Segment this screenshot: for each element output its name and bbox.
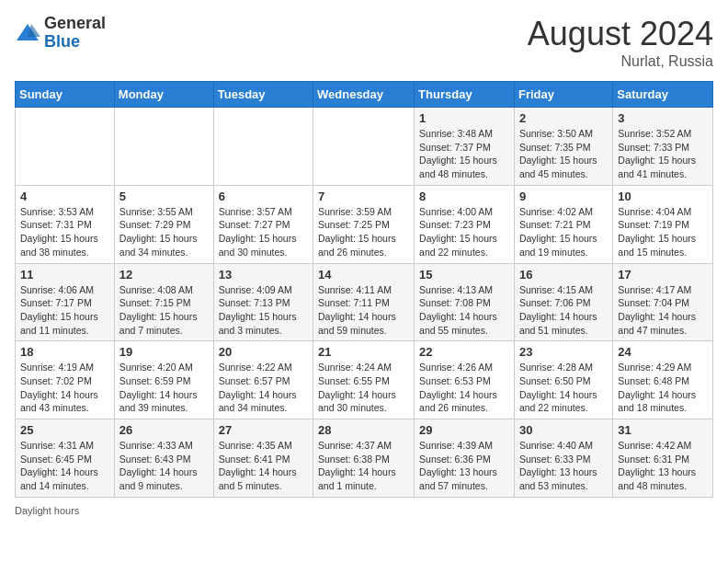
calendar-week-row: 4Sunrise: 3:53 AMSunset: 7:31 PMDaylight… [16,185,713,263]
calendar-week-row: 18Sunrise: 4:19 AMSunset: 7:02 PMDayligh… [16,341,713,419]
day-number: 19 [119,345,209,359]
calendar-cell: 26Sunrise: 4:33 AMSunset: 6:43 PMDayligh… [114,419,213,498]
day-number: 22 [419,345,509,359]
calendar-cell: 14Sunrise: 4:11 AMSunset: 7:11 PMDayligh… [313,263,415,341]
calendar-cell: 1Sunrise: 3:48 AMSunset: 7:37 PMDaylight… [415,108,515,186]
day-number: 4 [20,190,109,203]
day-number: 8 [419,190,509,203]
day-info: Sunrise: 4:09 AMSunset: 7:13 PMDaylight:… [219,283,308,338]
day-info: Sunrise: 4:35 AMSunset: 6:41 PMDaylight:… [219,439,308,493]
day-number: 2 [519,111,608,125]
calendar-cell: 10Sunrise: 4:04 AMSunset: 7:19 PMDayligh… [613,185,713,263]
calendar-cell: 4Sunrise: 3:53 AMSunset: 7:31 PMDaylight… [16,185,115,263]
calendar-cell: 12Sunrise: 4:08 AMSunset: 7:15 PMDayligh… [114,263,213,341]
day-info: Sunrise: 4:37 AMSunset: 6:38 PMDaylight:… [318,439,409,493]
day-info: Sunrise: 4:24 AMSunset: 6:55 PMDaylight:… [318,361,409,415]
day-info: Sunrise: 4:28 AMSunset: 6:50 PMDaylight:… [519,361,608,415]
day-number: 14 [318,268,409,282]
calendar-cell: 25Sunrise: 4:31 AMSunset: 6:45 PMDayligh… [16,419,115,498]
day-info: Sunrise: 3:55 AMSunset: 7:29 PMDaylight:… [119,205,209,259]
day-info: Sunrise: 4:15 AMSunset: 7:06 PMDaylight:… [519,283,608,338]
day-info: Sunrise: 3:53 AMSunset: 7:31 PMDaylight:… [20,205,109,259]
calendar-week-row: 1Sunrise: 3:48 AMSunset: 7:37 PMDaylight… [16,108,713,186]
day-number: 20 [219,345,308,359]
day-number: 10 [618,190,708,203]
calendar-day-header: Saturday [613,82,713,108]
day-number: 25 [20,423,109,437]
calendar-day-header: Monday [114,82,213,108]
logo-blue: Blue [44,33,106,52]
day-number: 21 [318,345,409,359]
calendar-cell: 31Sunrise: 4:42 AMSunset: 6:31 PMDayligh… [613,419,713,498]
day-info: Sunrise: 3:57 AMSunset: 7:27 PMDaylight:… [219,205,308,259]
logo: General Blue [15,15,106,52]
month-year: August 2024 [528,15,713,53]
calendar-day-header: Friday [514,82,612,108]
daylight-label: Daylight hours [15,505,79,516]
calendar-cell: 5Sunrise: 3:55 AMSunset: 7:29 PMDaylight… [114,185,213,263]
calendar-cell: 15Sunrise: 4:13 AMSunset: 7:08 PMDayligh… [415,263,515,341]
calendar-cell: 8Sunrise: 4:00 AMSunset: 7:23 PMDaylight… [415,185,515,263]
calendar-cell: 22Sunrise: 4:26 AMSunset: 6:53 PMDayligh… [415,341,515,419]
title-block: August 2024 Nurlat, Russia [528,15,713,70]
day-info: Sunrise: 4:06 AMSunset: 7:17 PMDaylight:… [20,283,109,338]
calendar-cell [114,108,213,186]
day-info: Sunrise: 4:33 AMSunset: 6:43 PMDaylight:… [119,439,209,493]
day-number: 28 [318,423,409,437]
logo-general: General [44,15,106,33]
day-info: Sunrise: 4:39 AMSunset: 6:36 PMDaylight:… [419,439,509,493]
page-header: General Blue August 2024 Nurlat, Russia [15,15,713,70]
calendar-cell: 17Sunrise: 4:17 AMSunset: 7:04 PMDayligh… [613,263,713,341]
day-number: 29 [419,423,509,437]
calendar-cell: 18Sunrise: 4:19 AMSunset: 7:02 PMDayligh… [16,341,115,419]
day-info: Sunrise: 4:00 AMSunset: 7:23 PMDaylight:… [419,205,509,259]
calendar-cell: 11Sunrise: 4:06 AMSunset: 7:17 PMDayligh… [16,263,115,341]
calendar-cell [313,108,415,186]
logo-text: General Blue [44,15,106,52]
day-info: Sunrise: 4:13 AMSunset: 7:08 PMDaylight:… [419,283,509,338]
calendar-cell [16,108,115,186]
day-number: 13 [219,268,308,282]
calendar-cell: 19Sunrise: 4:20 AMSunset: 6:59 PMDayligh… [114,341,213,419]
day-info: Sunrise: 4:11 AMSunset: 7:11 PMDaylight:… [318,283,409,338]
day-number: 5 [119,190,209,203]
calendar-cell: 20Sunrise: 4:22 AMSunset: 6:57 PMDayligh… [213,341,313,419]
day-info: Sunrise: 4:31 AMSunset: 6:45 PMDaylight:… [20,439,109,493]
day-info: Sunrise: 4:40 AMSunset: 6:33 PMDaylight:… [519,439,608,493]
calendar-week-row: 11Sunrise: 4:06 AMSunset: 7:17 PMDayligh… [16,263,713,341]
day-info: Sunrise: 4:42 AMSunset: 6:31 PMDaylight:… [618,439,708,493]
calendar-cell: 29Sunrise: 4:39 AMSunset: 6:36 PMDayligh… [415,419,515,498]
day-number: 18 [20,345,109,359]
day-info: Sunrise: 4:02 AMSunset: 7:21 PMDaylight:… [519,205,608,259]
day-number: 3 [618,111,708,125]
day-number: 15 [419,268,509,282]
calendar-cell: 3Sunrise: 3:52 AMSunset: 7:33 PMDaylight… [613,108,713,186]
calendar-cell: 24Sunrise: 4:29 AMSunset: 6:48 PMDayligh… [613,341,713,419]
day-info: Sunrise: 4:19 AMSunset: 7:02 PMDaylight:… [20,361,109,415]
calendar-header-row: SundayMondayTuesdayWednesdayThursdayFrid… [16,82,713,108]
day-number: 31 [618,423,708,437]
calendar-week-row: 25Sunrise: 4:31 AMSunset: 6:45 PMDayligh… [16,419,713,498]
day-info: Sunrise: 4:20 AMSunset: 6:59 PMDaylight:… [119,361,209,415]
calendar-day-header: Sunday [16,82,115,108]
day-info: Sunrise: 3:48 AMSunset: 7:37 PMDaylight:… [419,127,509,181]
day-number: 23 [519,345,608,359]
location: Nurlat, Russia [528,53,713,70]
day-info: Sunrise: 4:04 AMSunset: 7:19 PMDaylight:… [618,205,708,259]
footer: Daylight hours [15,505,713,516]
day-number: 9 [519,190,608,203]
day-number: 16 [519,268,608,282]
day-info: Sunrise: 3:59 AMSunset: 7:25 PMDaylight:… [318,205,409,259]
day-number: 26 [119,423,209,437]
calendar-cell [213,108,313,186]
day-info: Sunrise: 4:29 AMSunset: 6:48 PMDaylight:… [618,361,708,415]
calendar-cell: 28Sunrise: 4:37 AMSunset: 6:38 PMDayligh… [313,419,415,498]
calendar-cell: 27Sunrise: 4:35 AMSunset: 6:41 PMDayligh… [213,419,313,498]
calendar-day-header: Thursday [415,82,515,108]
day-info: Sunrise: 3:52 AMSunset: 7:33 PMDaylight:… [618,127,708,181]
svg-marker-1 [28,24,40,37]
day-info: Sunrise: 3:50 AMSunset: 7:35 PMDaylight:… [519,127,608,181]
day-info: Sunrise: 4:08 AMSunset: 7:15 PMDaylight:… [119,283,209,338]
day-number: 27 [219,423,308,437]
logo-icon [15,20,40,46]
